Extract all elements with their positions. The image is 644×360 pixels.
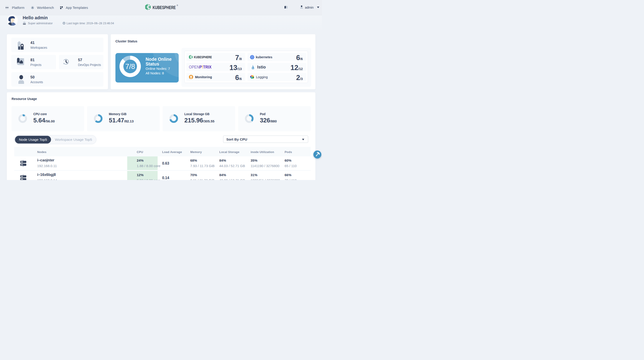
svg-text:7/8: 7/8: [125, 62, 135, 70]
